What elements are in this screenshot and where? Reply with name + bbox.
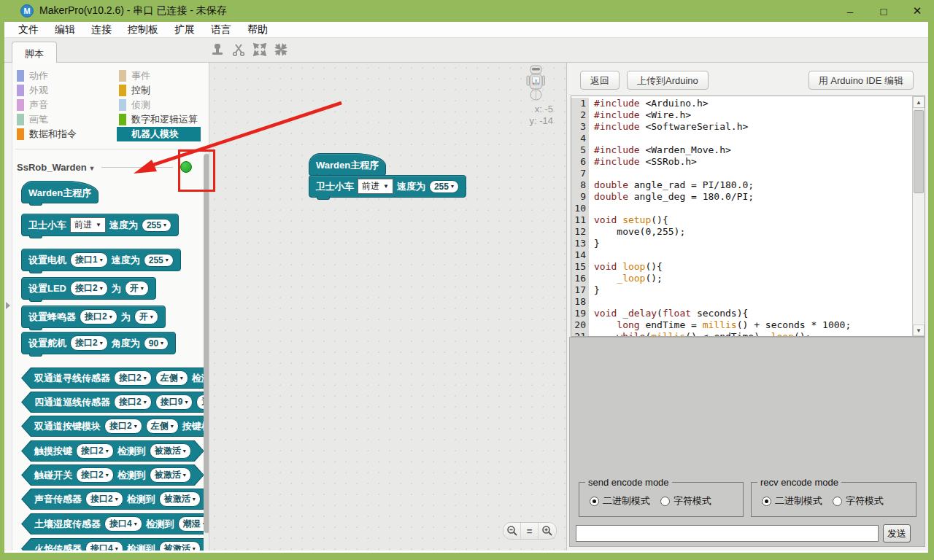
zoom-reset-button[interactable]: =: [521, 523, 539, 539]
menu-item-7[interactable]: 帮助: [239, 23, 276, 36]
palette-scrollbar[interactable]: [204, 151, 209, 551]
send-mode-radio-1[interactable]: 二进制模式: [590, 494, 650, 508]
stamp-duplicate-icon[interactable]: [210, 42, 225, 57]
scroll-down-button[interactable]: ▼: [913, 324, 925, 336]
palette-block-stack[interactable]: 设置蜂鸣器接口2▾为开▾: [21, 306, 166, 328]
chevron-down-icon: ▾: [106, 448, 109, 454]
code-editor-scrollbar[interactable]: ▲ ▼: [912, 96, 925, 336]
tab-script[interactable]: 脚本: [12, 42, 57, 63]
palette-block-bool[interactable]: 双通道寻线传感器接口2▾左侧▾检测到▾: [21, 368, 209, 389]
menu-item-6[interactable]: 语言: [203, 23, 239, 36]
line-number: 9: [571, 191, 589, 203]
recv-mode-radio-2[interactable]: 字符模式: [833, 494, 884, 508]
block-dropdown-oval[interactable]: 接口9▾: [155, 394, 193, 410]
category-8[interactable]: 侦测: [117, 98, 201, 112]
recv-mode-radio-1[interactable]: 二进制模式: [762, 494, 822, 508]
blocks-enlarge-icon[interactable]: [252, 42, 267, 57]
block-dropdown-oval[interactable]: 255▾: [144, 254, 174, 267]
palette-collapse-rail[interactable]: [4, 63, 12, 551]
upload-arduino-button[interactable]: 上传到Arduino: [627, 71, 709, 90]
block-dropdown-oval[interactable]: 接口2▾: [76, 467, 114, 483]
block-dropdown-oval[interactable]: 接口4▾: [85, 541, 123, 551]
palette-block-bool[interactable]: 火焰传感器接口4▾检测到被激活▾: [21, 538, 209, 551]
block-dropdown-oval[interactable]: 接口4▾: [104, 516, 142, 532]
radio-label: 二进制模式: [603, 494, 650, 508]
scissors-delete-icon[interactable]: [231, 42, 246, 57]
block-dropdown-oval[interactable]: 接口1▾: [70, 252, 108, 268]
palette-block-bool[interactable]: 声音传感器接口2▾检测到被激活▾: [21, 489, 209, 510]
menu-item-2[interactable]: 编辑: [47, 23, 83, 36]
send-button[interactable]: 发送: [883, 524, 911, 542]
zoom-in-button[interactable]: [539, 523, 556, 539]
serial-send-input[interactable]: [576, 525, 879, 542]
block-dropdown-oval[interactable]: 开▾: [125, 281, 149, 296]
block-dropdown-oval[interactable]: 被激活▾: [159, 491, 201, 507]
block-dropdown-oval[interactable]: 255▾: [429, 180, 459, 193]
script-canvas[interactable]: x x: -5 y: -14 Warden主程序卫士小车前进▼速度为255▾ =: [209, 63, 567, 551]
block-dropdown-oval[interactable]: 左侧▾: [155, 370, 188, 386]
block-dropdown-oval[interactable]: 90▾: [144, 337, 169, 350]
block-dropdown-oval[interactable]: 接口2▾: [104, 419, 142, 434]
edit-arduino-ide-button[interactable]: 用 Arduino IDE 编辑: [808, 71, 914, 90]
block-dropdown-oval[interactable]: 接口2▾: [114, 370, 152, 386]
dropdown-value: 开: [139, 311, 148, 323]
block-dropdown-oval[interactable]: 左侧▾: [146, 419, 179, 434]
block-dropdown-square[interactable]: 前进▼: [358, 179, 393, 194]
block-dropdown-oval[interactable]: 被激活▾: [150, 467, 191, 483]
close-button[interactable]: ✕: [900, 0, 934, 22]
palette-block-hat[interactable]: Warden主程序: [21, 181, 99, 203]
menu-item-1[interactable]: 文件: [10, 23, 47, 36]
category-1[interactable]: 动作: [15, 69, 117, 83]
category-4[interactable]: 画笔: [15, 112, 117, 127]
menu-item-3[interactable]: 连接: [83, 23, 120, 36]
maximize-button[interactable]: □: [867, 0, 900, 22]
send-mode-radio-2[interactable]: 字符模式: [660, 494, 711, 508]
palette-block-hat[interactable]: Warden主程序: [309, 153, 386, 176]
category-2[interactable]: 外观: [15, 83, 117, 98]
block-dropdown-oval[interactable]: 接口2▾: [70, 335, 108, 351]
line-content: #include <Warden_Move.h>: [589, 144, 731, 156]
dropdown-value: 接口2: [81, 469, 104, 481]
category-9[interactable]: 数字和逻辑运算: [117, 112, 201, 127]
palette-block-bool[interactable]: 四通道巡线传感器接口2▾接口9▾通道A▾: [21, 392, 209, 413]
block-dropdown-oval[interactable]: 接口2▾: [70, 281, 108, 296]
palette-block-stack[interactable]: 设置LED接口2▾为开▾: [21, 277, 156, 300]
blocks-shrink-icon[interactable]: [274, 42, 288, 57]
block-dropdown-oval[interactable]: 接口2▾: [80, 309, 117, 324]
palette-scrollbar-thumb[interactable]: [204, 154, 209, 533]
category-7[interactable]: 控制: [117, 83, 201, 98]
block-label: 设置蜂鸣器: [28, 311, 76, 324]
zoom-out-button[interactable]: [503, 523, 521, 539]
palette-block-stack[interactable]: 设置电机接口1▾速度为255▾: [21, 249, 181, 271]
palette-block-bool[interactable]: 触摸按键接口2▾检测到被激活▾: [21, 440, 204, 462]
block-dropdown-oval[interactable]: 被激活▾: [150, 443, 191, 459]
palette-block-bool[interactable]: 双通道按键模块接口2▾左侧▾按键检测到: [21, 416, 209, 437]
palette-block-stack[interactable]: 卫士小车前进▼速度为255▾: [21, 214, 179, 236]
block-dropdown-oval[interactable]: 255▾: [142, 219, 171, 232]
category-5[interactable]: 数据和指令: [15, 127, 117, 141]
category-6[interactable]: 事件: [117, 69, 201, 83]
send-encode-title: send encode mode: [585, 477, 672, 488]
category-3[interactable]: 声音: [15, 98, 117, 112]
palette-block-bool[interactable]: 触碰开关接口2▾检测到被激活▾: [21, 464, 204, 486]
palette-block-stack[interactable]: 卫士小车前进▼速度为255▾: [309, 175, 466, 198]
block-dropdown-square[interactable]: 前进▼: [70, 217, 106, 233]
block-dropdown-oval[interactable]: 开▾: [134, 309, 158, 324]
block-dropdown-oval[interactable]: 接口2▾: [114, 394, 152, 410]
palette-block-bool[interactable]: 土壤湿度传感器接口4▾检测到潮湿▾: [21, 513, 209, 534]
code-editor[interactable]: 1#include <Arduino.h>2#include <Wire.h>3…: [571, 96, 925, 337]
chevron-down-icon: ▾: [163, 222, 166, 228]
block-dropdown-oval[interactable]: 接口2▾: [76, 443, 114, 459]
device-selector[interactable]: SsRob_Warden▼: [17, 162, 96, 173]
minimize-button[interactable]: –: [833, 0, 867, 22]
back-button[interactable]: 返回: [580, 71, 620, 90]
canvas-script-stack[interactable]: Warden主程序卫士小车前进▼速度为255▾: [309, 153, 466, 198]
palette-block-stack[interactable]: 设置舵机接口2▾角度为90▾: [21, 332, 176, 354]
scroll-up-button[interactable]: ▲: [913, 96, 925, 108]
block-dropdown-oval[interactable]: 被激活▾: [159, 541, 201, 551]
block-dropdown-oval[interactable]: 接口2▾: [85, 491, 123, 507]
menu-item-5[interactable]: 扩展: [166, 23, 203, 36]
menu-item-4[interactable]: 控制板: [120, 23, 166, 36]
category-10[interactable]: 机器人模块: [117, 127, 201, 141]
code-scrollbar-thumb[interactable]: [914, 110, 924, 193]
